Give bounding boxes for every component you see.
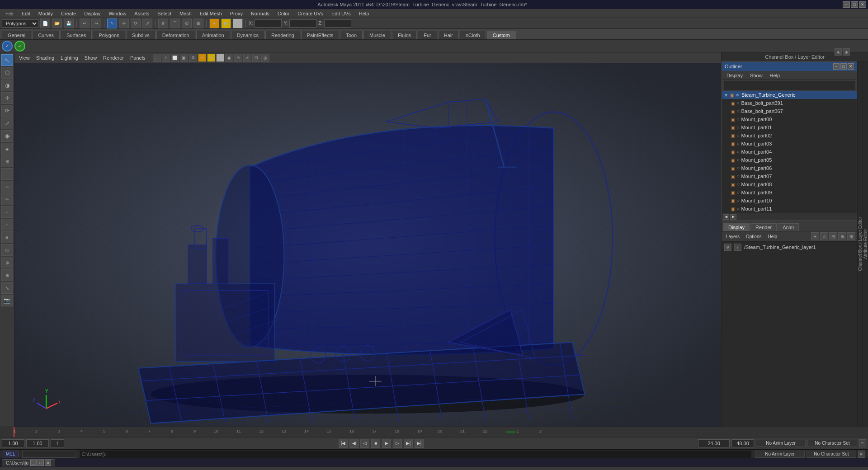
vp-select-mode[interactable]: ↗	[243, 54, 251, 62]
status-scroll[interactable]: ▶	[858, 451, 865, 458]
menu-create-uvs[interactable]: Create UVs	[294, 10, 327, 17]
vp-light-3[interactable]: ☀	[216, 54, 224, 62]
vp-icon-2[interactable]: #	[162, 54, 170, 62]
vp-isolate[interactable]: ◎	[261, 54, 269, 62]
vp-light-2[interactable]: ☀	[207, 54, 215, 62]
paint-tool[interactable]: ⬡	[1, 67, 13, 79]
current-frame-field[interactable]	[2, 439, 24, 447]
y-field[interactable]	[289, 19, 316, 28]
vp-light-1[interactable]: ☀	[198, 54, 206, 62]
menu-modify[interactable]: Modify	[35, 10, 57, 17]
range-start-field[interactable]	[26, 439, 49, 447]
layer-tab-render[interactable]: Render	[750, 223, 777, 231]
vp-shadow[interactable]: ◉	[225, 54, 233, 62]
vp-menu-panels[interactable]: Panels	[127, 54, 148, 61]
rotate-tool-left[interactable]: ⟳	[1, 105, 13, 117]
menu-proxy[interactable]: Proxy	[226, 10, 246, 17]
layer-v-0[interactable]: V	[724, 244, 731, 251]
menu-select[interactable]: Select	[154, 10, 175, 17]
tab-polygons[interactable]: Polygons	[93, 31, 125, 39]
go-start-button[interactable]: |◀	[339, 439, 348, 448]
channel-box-strip-label[interactable]: Channel Box / Layer Editor	[858, 217, 863, 271]
undo-button[interactable]: ↩	[80, 19, 90, 28]
status-char-set[interactable]: No Character Set	[807, 451, 856, 458]
new-scene-button[interactable]: 📄	[40, 19, 50, 28]
tab-curves[interactable]: Curves	[32, 31, 60, 39]
menu-help[interactable]: Help	[355, 10, 373, 17]
outliner-menu-display[interactable]: Display	[724, 72, 745, 79]
tree-item-13[interactable]: ▣ ○ Mount_part11	[722, 205, 857, 213]
z-field[interactable]	[324, 19, 351, 28]
render3-btn[interactable]: ▷	[233, 19, 243, 28]
menu-normals[interactable]: Normals	[247, 10, 273, 17]
tab-general[interactable]: General	[2, 31, 31, 39]
timeline-area[interactable]: 1 2 3 4 5 6 7 8 9 10 11 12 13 14 15 16 1…	[0, 427, 868, 437]
tab-subdivs[interactable]: Subdivs	[126, 31, 156, 39]
tab-dynamics[interactable]: Dynamics	[231, 31, 264, 39]
outliner-close[interactable]: ✕	[848, 63, 854, 70]
scale-tool[interactable]: ⤢	[142, 19, 152, 28]
vp-menu-show[interactable]: Show	[82, 54, 100, 61]
taskbar-max[interactable]: □	[38, 460, 44, 466]
mel-label[interactable]: MEL	[3, 451, 19, 457]
status-anim-layer[interactable]: No Anim Layer	[755, 451, 805, 458]
outliner-menu-help[interactable]: Help	[767, 72, 783, 79]
lattice[interactable]: ⊞	[1, 155, 13, 167]
vp-icon-3[interactable]: ⬜	[171, 54, 179, 62]
tree-item-2[interactable]: ▣ ○ Mount_part00	[722, 115, 857, 123]
outliner-search[interactable]	[724, 81, 855, 90]
outliner-menu-show[interactable]: Show	[747, 72, 765, 79]
scale-tool-left[interactable]: ⤢	[1, 118, 13, 129]
tab-surfaces[interactable]: Surfaces	[61, 31, 92, 39]
anim-layer-field[interactable]: No Anim Layer	[756, 440, 806, 447]
attr-editor-label[interactable]: Attribute Editor	[863, 229, 868, 259]
pencil[interactable]: ✏	[1, 193, 13, 205]
open-button[interactable]: 📂	[52, 19, 62, 28]
playback-end-field[interactable]	[698, 439, 730, 447]
tree-item-12[interactable]: ▣ ○ Mount_part10	[722, 197, 857, 205]
outliner-minimize[interactable]: −	[833, 63, 840, 70]
sculpt-tool[interactable]: ◑	[1, 80, 13, 91]
tab-custom[interactable]: Custom	[487, 31, 516, 39]
tree-item-6[interactable]: ▣ ○ Mount_part04	[722, 148, 857, 156]
para-dim[interactable]: ≡	[1, 231, 13, 243]
curve-cv[interactable]: ⌒	[1, 168, 13, 180]
three-pt-arc[interactable]: ⌢	[1, 206, 13, 218]
tab-toon[interactable]: Toon	[340, 31, 363, 39]
tab-painteffects[interactable]: PaintEffects	[301, 31, 340, 39]
menu-file[interactable]: File	[2, 10, 17, 17]
context-selector[interactable]: Polygons Animation Rendering Dynamics	[2, 19, 38, 28]
tab-ncloth[interactable]: nCloth	[460, 31, 486, 39]
outliner-tree[interactable]: ▼ ▣ ⊕ Steam_Turbine_Generic ▣ ○ Base_bol…	[722, 91, 857, 213]
maximize-button[interactable]: □	[851, 1, 858, 8]
layer-new[interactable]: +	[811, 232, 819, 240]
tree-item-3[interactable]: ▣ ○ Mount_part01	[722, 123, 857, 132]
next-key-button[interactable]: ▷	[393, 439, 402, 448]
move-tool-left[interactable]: ✛	[1, 92, 13, 104]
snap-curve[interactable]: ⌒	[170, 19, 180, 28]
tree-item-7[interactable]: ▣ ○ Mount_part05	[722, 156, 857, 164]
layer-delete[interactable]: ⊟	[829, 232, 837, 240]
soft-mod[interactable]: ◈	[1, 143, 13, 155]
taskbar-close[interactable]: ✕	[45, 460, 51, 466]
two-pt-arc[interactable]: ⌣	[1, 219, 13, 230]
layers-menu[interactable]: Layers	[723, 233, 742, 240]
layer-connect[interactable]: ⊞	[847, 232, 855, 240]
menu-color[interactable]: Color	[274, 10, 293, 17]
cb-icon-2[interactable]: ◉	[843, 48, 850, 56]
menu-assets[interactable]: Assets	[131, 10, 153, 17]
menu-mesh[interactable]: Mesh	[176, 10, 195, 17]
layer-ref[interactable]: ⊕	[838, 232, 846, 240]
taskbar-maya[interactable]: C:\Users\[u _ □ ✕	[2, 459, 55, 466]
tab-fur[interactable]: Fur	[418, 31, 437, 39]
layer-tab-display[interactable]: Display	[723, 223, 750, 231]
move-tool[interactable]: ✛	[119, 19, 129, 28]
render-btn[interactable]: ▶	[221, 19, 231, 28]
prev-key-button[interactable]: ◁	[360, 439, 369, 448]
tab-deformation[interactable]: Deformation	[156, 31, 195, 39]
vp-manip[interactable]: ⊕	[234, 54, 242, 62]
stop-button[interactable]: ■	[371, 439, 380, 448]
menu-window[interactable]: Window	[105, 10, 130, 17]
taskbar-min[interactable]: _	[30, 460, 37, 466]
tab-hair[interactable]: Hair	[438, 31, 459, 39]
